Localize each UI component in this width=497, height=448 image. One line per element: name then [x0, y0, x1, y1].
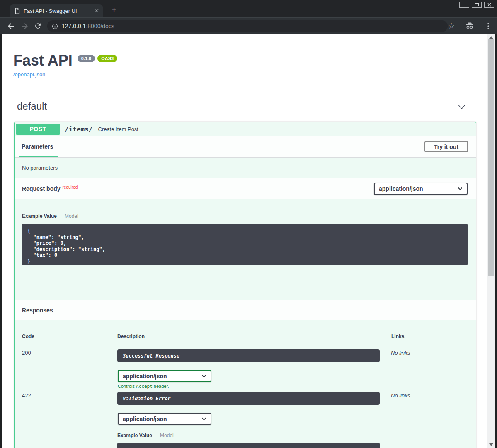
note-suffix: header.: [153, 384, 169, 389]
response-422-description-text: Validation Error: [123, 396, 171, 402]
responses-table: Code Description Links 200 Successful Re…: [15, 320, 476, 448]
response-200-description-text: Successful Response: [123, 353, 179, 359]
swagger-page: Fast API 0.1.0 OAS3 /openapi.json defaul…: [2, 34, 487, 448]
request-body-label: Request body: [22, 185, 61, 192]
page-title: Fast API: [13, 52, 73, 69]
minimize-icon: [463, 5, 466, 5]
window-controls: [457, 2, 494, 8]
tab-parameters[interactable]: Parameters: [22, 143, 53, 150]
response-422-example-code: [117, 443, 380, 448]
response-422-media-type-select[interactable]: application/json: [118, 413, 211, 425]
incognito-icon[interactable]: [465, 22, 475, 30]
request-body-header-row: Request bodyrequired application/json: [15, 178, 476, 199]
column-header-description: Description: [117, 334, 145, 339]
response-code-200: 200: [22, 350, 31, 356]
column-header-links: Links: [391, 334, 404, 339]
tab-example-value[interactable]: Example Value: [22, 213, 61, 219]
opblock-post-items: POST /items/ Create Item Post Parameters…: [14, 122, 476, 448]
url-path: :8000/docs: [86, 23, 114, 29]
page-scrollbar[interactable]: [487, 34, 495, 448]
maximize-icon: [475, 3, 479, 6]
api-info-block: Fast API 0.1.0 OAS3 /openapi.json: [13, 52, 117, 78]
site-info-icon[interactable]: [52, 23, 58, 29]
close-button[interactable]: [484, 2, 494, 8]
tab-example-value-422[interactable]: Example Value: [117, 433, 156, 438]
browser-menu-icon[interactable]: [487, 22, 490, 30]
request-body-title: Request bodyrequired: [22, 185, 78, 192]
table-header-divider: [22, 344, 468, 344]
scrollbar-thumb[interactable]: [488, 39, 494, 276]
window-titlebar: Fast API - Swagger UI +: [0, 0, 497, 17]
scrollbar-down-arrow[interactable]: [489, 443, 493, 446]
tag-section-default[interactable]: default: [13, 98, 477, 117]
opblock-summary[interactable]: POST /items/ Create Item Post: [15, 122, 476, 136]
method-badge: POST: [16, 124, 60, 135]
response-422-description: Validation Error: [117, 392, 380, 405]
page-viewport: Fast API 0.1.0 OAS3 /openapi.json defaul…: [0, 34, 497, 448]
column-header-code: Code: [22, 334, 34, 339]
tag-title: default: [17, 100, 47, 112]
chevron-down-icon[interactable]: [457, 104, 466, 111]
url-host: 127.0.0.1: [62, 23, 86, 29]
openapi-json-link[interactable]: /openapi.json: [13, 71, 117, 78]
response-422-links: No links: [391, 392, 410, 399]
tab-close-icon[interactable]: [95, 9, 99, 13]
tab-model[interactable]: Model: [61, 213, 78, 219]
note-prefix: Controls: [118, 384, 136, 389]
forward-button[interactable]: [21, 22, 29, 30]
browser-toolbar: 127.0.0.1:8000/docs ☆: [0, 17, 497, 34]
operation-summary: Create Item Post: [98, 126, 138, 132]
browser-window: Fast API - Swagger UI + 12: [0, 0, 497, 448]
response-200-media-type-value: application/json: [123, 373, 167, 380]
chevron-down-icon: [201, 417, 206, 421]
new-tab-button[interactable]: +: [109, 5, 119, 15]
no-parameters-text: No parameters: [15, 158, 476, 178]
back-button[interactable]: [7, 22, 15, 30]
url-bar[interactable]: 127.0.0.1:8000/docs: [47, 20, 448, 32]
example-model-tabs: Example Value Model: [22, 213, 78, 219]
response-200-links: No links: [391, 350, 410, 356]
note-accept-mono: Accept: [136, 384, 153, 389]
try-it-out-button[interactable]: Try it out: [424, 141, 468, 152]
request-example-code: { "name": "string", "price": 0, "descrip…: [22, 224, 468, 265]
tab-model-422[interactable]: Model: [156, 433, 174, 438]
required-label: required: [63, 185, 78, 190]
response-code-422: 422: [22, 392, 31, 399]
response-422-media-type-value: application/json: [123, 416, 167, 422]
chevron-down-icon: [201, 375, 206, 378]
response-200-media-type-select[interactable]: application/json: [118, 370, 211, 382]
reload-button[interactable]: [34, 22, 42, 30]
back-arrow-icon: [7, 22, 15, 30]
responses-title: Responses: [15, 300, 476, 314]
parameters-header-row: Parameters Try it out: [15, 136, 476, 158]
bookmark-star-icon[interactable]: ☆: [446, 21, 456, 31]
close-icon: [487, 3, 491, 7]
url-text: 127.0.0.1:8000/docs: [62, 23, 114, 29]
reload-icon: [34, 22, 42, 30]
chevron-down-icon: [458, 187, 463, 190]
minimize-button[interactable]: [459, 2, 469, 8]
page-document-icon: [15, 8, 20, 14]
response-200-description: Successful Response: [117, 349, 380, 362]
operation-path: /items/: [65, 125, 92, 133]
responses-header-row: Responses: [15, 300, 476, 320]
version-badge: 0.1.0: [78, 55, 95, 62]
oas3-badge: OAS3: [97, 55, 117, 62]
request-media-type-select[interactable]: application/json: [374, 183, 468, 195]
forward-arrow-icon: [21, 22, 29, 30]
active-tab-underline: [19, 156, 58, 157]
example-model-tabs-422: Example Value Model: [117, 433, 174, 438]
request-body-section: Example Value Model { "name": "string", …: [15, 199, 476, 300]
tab-title: Fast API - Swagger UI: [24, 8, 92, 14]
scrollbar-up-arrow[interactable]: [489, 36, 493, 39]
browser-tab[interactable]: Fast API - Swagger UI: [10, 4, 103, 17]
controls-accept-note: Controls Accept header.: [118, 384, 169, 389]
request-media-type-value: application/json: [379, 185, 423, 192]
maximize-button[interactable]: [472, 2, 482, 8]
